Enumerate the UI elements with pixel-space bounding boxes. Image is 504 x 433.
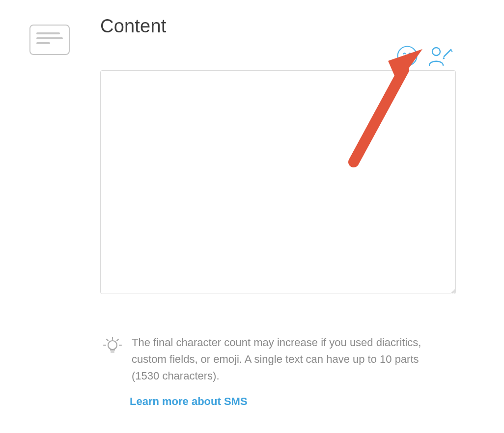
- svg-point-2: [108, 341, 117, 350]
- editor-toolbar: [100, 46, 456, 66]
- hint-row: The final character count may increase i…: [100, 334, 456, 384]
- svg-point-0: [398, 47, 417, 66]
- section-title: Content: [100, 16, 456, 37]
- lightbulb-icon: [102, 335, 123, 358]
- svg-point-1: [432, 48, 440, 55]
- content-textarea[interactable]: [100, 70, 456, 294]
- document-icon: [29, 25, 70, 55]
- emoji-picker-button[interactable]: [397, 46, 418, 66]
- personalize-button[interactable]: [427, 46, 454, 66]
- learn-more-link[interactable]: Learn more about SMS: [130, 395, 248, 408]
- hint-text: The final character count may increase i…: [132, 334, 446, 384]
